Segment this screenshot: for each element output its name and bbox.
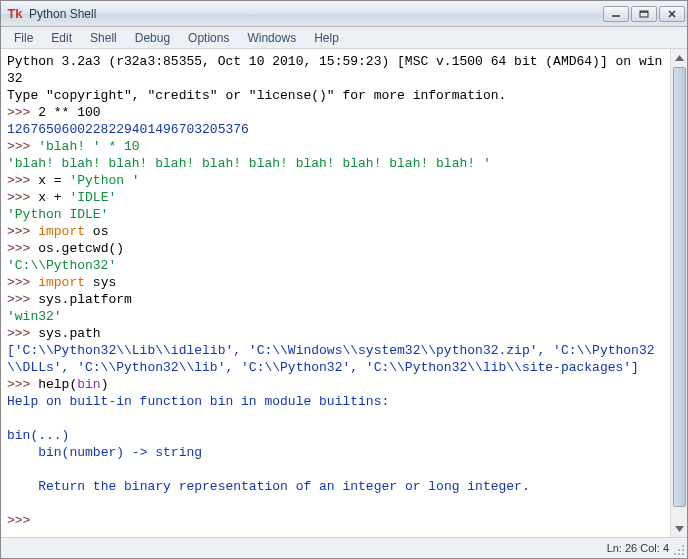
statusbar: Ln: 26 Col: 4: [1, 538, 687, 558]
menu-options[interactable]: Options: [179, 29, 238, 47]
builtin-name: bin: [77, 377, 100, 392]
scroll-down-button[interactable]: [671, 520, 687, 537]
prompt: >>>: [7, 326, 38, 341]
menu-edit[interactable]: Edit: [42, 29, 81, 47]
chevron-down-icon: [675, 526, 684, 532]
close-button[interactable]: [659, 6, 685, 22]
output-list: ['C:\\Python32\\Lib\\idlelib', 'C:\\Wind…: [7, 343, 655, 375]
menu-help[interactable]: Help: [305, 29, 348, 47]
string-literal: 'IDLE': [69, 190, 116, 205]
help-line: bin(number) -> string: [7, 445, 202, 460]
help-line: Return the binary representation of an i…: [7, 479, 530, 494]
close-icon: [667, 10, 677, 18]
svg-point-10: [682, 553, 684, 555]
cmd-text: os.getcwd(): [38, 241, 124, 256]
chevron-up-icon: [675, 55, 684, 61]
output-str: 'Python IDLE': [7, 207, 108, 222]
help-line: Help on built-in function bin in module …: [7, 394, 389, 409]
minimize-icon: [611, 10, 621, 18]
output-str: 'win32': [7, 309, 62, 324]
titlebar[interactable]: Tk Python Shell: [1, 1, 687, 27]
cmd-text: sys: [85, 275, 116, 290]
cmd-text: sys.platform: [38, 292, 132, 307]
cmd-text: help(: [38, 377, 77, 392]
cmd-text: x =: [38, 173, 69, 188]
menu-debug[interactable]: Debug: [126, 29, 179, 47]
resize-grip-icon[interactable]: [673, 544, 685, 556]
svg-marker-6: [675, 526, 684, 532]
banner-line: Python 3.2a3 (r32a3:85355, Oct 10 2010, …: [7, 54, 662, 86]
menu-file[interactable]: File: [5, 29, 42, 47]
scroll-up-button[interactable]: [671, 49, 687, 66]
minimize-button[interactable]: [603, 6, 629, 22]
menu-windows[interactable]: Windows: [238, 29, 305, 47]
shell-output[interactable]: Python 3.2a3 (r32a3:85355, Oct 10 2010, …: [1, 49, 670, 537]
string-literal: 'Python ': [69, 173, 139, 188]
keyword: import: [38, 275, 85, 290]
window-controls: [603, 6, 685, 22]
cmd-text: x +: [38, 190, 69, 205]
prompt: >>>: [7, 139, 38, 154]
cursor-position: Ln: 26 Col: 4: [607, 542, 669, 554]
scroll-thumb[interactable]: [673, 67, 686, 507]
prompt: >>>: [7, 173, 38, 188]
cmd-text: os: [85, 224, 108, 239]
svg-point-7: [682, 545, 684, 547]
cmd-text: sys.path: [38, 326, 100, 341]
content-wrap: Python 3.2a3 (r32a3:85355, Oct 10 2010, …: [1, 49, 687, 538]
menubar: File Edit Shell Debug Options Windows He…: [1, 27, 687, 49]
window-title: Python Shell: [29, 7, 603, 21]
maximize-icon: [639, 10, 649, 18]
prompt: >>>: [7, 241, 38, 256]
output-num: 1267650600228229401496703205376: [7, 122, 249, 137]
menu-shell[interactable]: Shell: [81, 29, 126, 47]
banner-line: Type "copyright", "credits" or "license(…: [7, 88, 506, 103]
svg-point-8: [682, 549, 684, 551]
prompt: >>>: [7, 105, 38, 120]
cmd-text: 2 ** 100: [38, 105, 100, 120]
svg-marker-5: [675, 55, 684, 61]
prompt: >>>: [7, 275, 38, 290]
keyword: import: [38, 224, 85, 239]
svg-point-11: [678, 553, 680, 555]
vertical-scrollbar[interactable]: [670, 49, 687, 537]
prompt: >>>: [7, 292, 38, 307]
svg-point-12: [674, 553, 676, 555]
cmd-text: 'blah! ' * 10: [38, 139, 139, 154]
cmd-text: ): [101, 377, 109, 392]
window-frame: Tk Python Shell File Edit Shell Debug Op…: [0, 0, 688, 559]
output-str: 'C:\\Python32': [7, 258, 116, 273]
prompt: >>>: [7, 190, 38, 205]
maximize-button[interactable]: [631, 6, 657, 22]
app-icon: Tk: [7, 6, 23, 22]
prompt: >>>: [7, 224, 38, 239]
output-str: 'blah! blah! blah! blah! blah! blah! bla…: [7, 156, 491, 171]
prompt: >>>: [7, 513, 38, 528]
help-line: bin(...): [7, 428, 69, 443]
svg-point-9: [678, 549, 680, 551]
prompt: >>>: [7, 377, 38, 392]
